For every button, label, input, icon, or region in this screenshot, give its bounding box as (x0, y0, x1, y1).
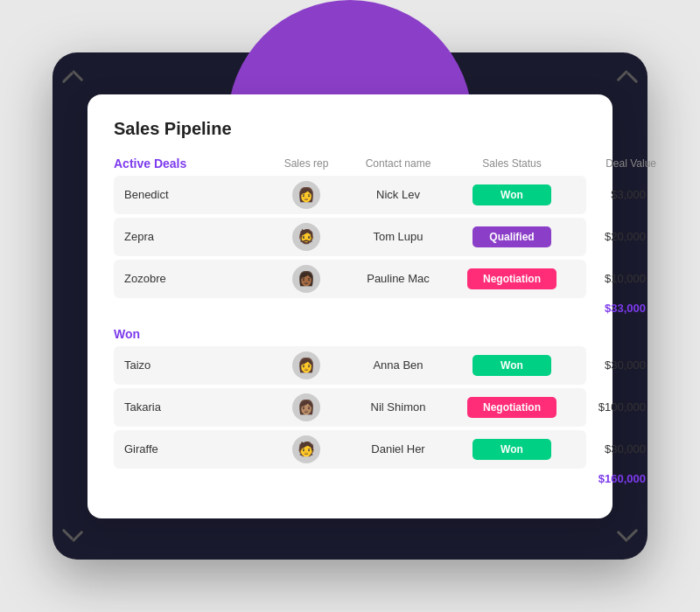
outer-frame: Sales Pipeline Active Deals Sales rep Co… (52, 52, 648, 560)
deal-name: Zepra (114, 230, 271, 243)
deal-value: $30,000 (569, 442, 656, 456)
contact-name: Daniel Her (341, 442, 455, 456)
deal-name: Takaria (114, 400, 271, 414)
avatar: 👩 (271, 181, 341, 209)
deal-value: $10,000 (569, 272, 656, 285)
table-row: Zozobre 👩🏾 Pauline Mac Negotiation $10,0… (114, 260, 586, 298)
avatar: 🧔 (271, 223, 341, 251)
avatar-image: 👩 (292, 181, 320, 209)
status-cell: Won (455, 439, 569, 460)
corner-tick-br (611, 523, 628, 540)
subtotal-row: $33,000 (114, 302, 586, 315)
avatar-image: 👩 (292, 351, 320, 379)
section-subtotal: $160,000 (569, 472, 656, 485)
won-section: Won Taizo 👩 Anna Ben Won $30,000 Takaria… (114, 327, 586, 485)
deal-name: Taizo (114, 358, 271, 372)
deal-name: Zozobre (114, 272, 271, 285)
deal-value: $20,000 (569, 230, 656, 243)
deal-name: Giraffe (114, 442, 271, 456)
status-badge: Negotiation (467, 397, 556, 418)
contact-name: Nil Shimon (341, 400, 455, 414)
status-cell: Negotiation (455, 268, 569, 289)
status-badge: Qualified (472, 226, 551, 247)
contact-name: Pauline Mac (341, 272, 455, 285)
avatar: 🧑 (271, 435, 341, 463)
page-title: Sales Pipeline (114, 119, 586, 139)
col-header-salesrep: Sales rep (271, 157, 341, 170)
active-deals-label: Active Deals (114, 156, 271, 170)
col-header-value: Deal Value (569, 157, 656, 170)
table-row: Taizo 👩 Anna Ben Won $30,000 (114, 346, 586, 385)
table-row: Benedict 👩 Nick Lev Won $3,000 (114, 176, 586, 214)
status-cell: Won (455, 184, 569, 205)
avatar-image: 👩🏾 (292, 265, 320, 293)
sales-pipeline-card: Sales Pipeline Active Deals Sales rep Co… (88, 94, 612, 518)
table-row: Takaria 👩🏽 Nil Shimon Negotiation $100,0… (114, 388, 586, 427)
active-deals-header: Active Deals Sales rep Contact name Sale… (114, 156, 586, 170)
deal-value: $100,000 (569, 400, 656, 414)
contact-name: Nick Lev (341, 188, 455, 201)
status-badge: Won (472, 439, 551, 460)
section-subtotal: $33,000 (569, 302, 656, 315)
status-cell: Qualified (455, 226, 569, 247)
contact-name: Anna Ben (341, 358, 455, 372)
col-header-contact: Contact name (341, 157, 455, 170)
table-row: Giraffe 🧑 Daniel Her Won $30,000 (114, 430, 586, 469)
active-deals-section: Active Deals Sales rep Contact name Sale… (114, 156, 586, 315)
table-row: Zepra 🧔 Tom Lupu Qualified $20,000 (114, 218, 586, 256)
status-badge: Negotiation (467, 268, 556, 289)
deal-value: $30,000 (569, 358, 656, 372)
won-section-header: Won (114, 327, 586, 341)
avatar-image: 👩🏽 (292, 393, 320, 421)
status-badge: Won (472, 355, 551, 376)
deal-value: $3,000 (569, 188, 656, 201)
subtotal-row: $160,000 (114, 472, 586, 485)
avatar-image: 🧔 (292, 223, 320, 251)
status-badge: Won (472, 184, 551, 205)
corner-tick-tr (611, 72, 628, 89)
deal-name: Benedict (114, 188, 271, 201)
status-cell: Won (455, 355, 569, 376)
col-header-status: Sales Status (455, 157, 569, 170)
avatar: 👩🏾 (271, 265, 341, 293)
won-label: Won (114, 327, 271, 341)
avatar: 👩🏽 (271, 393, 341, 421)
avatar-image: 🧑 (292, 435, 320, 463)
corner-tick-bl (72, 523, 89, 540)
status-cell: Negotiation (455, 397, 569, 418)
corner-tick-tl (72, 72, 89, 89)
contact-name: Tom Lupu (341, 230, 455, 243)
avatar: 👩 (271, 351, 341, 379)
